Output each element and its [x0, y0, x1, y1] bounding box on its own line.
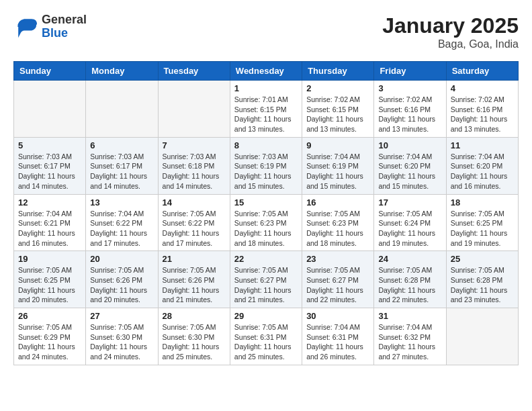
day-number: 25 [451, 254, 514, 264]
calendar-table: SundayMondayTuesdayWednesdayThursdayFrid… [13, 61, 519, 365]
day-number: 19 [18, 254, 81, 264]
day-number: 23 [306, 254, 369, 264]
calendar-header-row: SundayMondayTuesdayWednesdayThursdayFrid… [14, 62, 519, 81]
day-number: 9 [306, 140, 369, 150]
calendar-subtitle: Baga, Goa, India [382, 38, 519, 50]
calendar-cell: 1Sunrise: 7:01 AM Sunset: 6:15 PM Daylig… [230, 81, 302, 138]
day-info: Sunrise: 7:05 AM Sunset: 6:22 PM Dayligh… [163, 209, 226, 248]
day-number: 7 [163, 140, 226, 150]
day-info: Sunrise: 7:04 AM Sunset: 6:31 PM Dayligh… [306, 322, 369, 362]
day-number: 14 [163, 197, 226, 208]
calendar-cell: 11Sunrise: 7:04 AM Sunset: 6:20 PM Dayli… [446, 137, 518, 194]
day-info: Sunrise: 7:03 AM Sunset: 6:19 PM Dayligh… [234, 152, 298, 191]
column-header-saturday: Saturday [446, 62, 518, 81]
calendar-cell: 23Sunrise: 7:05 AM Sunset: 6:27 PM Dayli… [302, 251, 374, 308]
day-info: Sunrise: 7:04 AM Sunset: 6:20 PM Dayligh… [451, 152, 514, 191]
calendar-cell: 22Sunrise: 7:05 AM Sunset: 6:27 PM Dayli… [230, 251, 302, 308]
calendar-cell: 21Sunrise: 7:05 AM Sunset: 6:26 PM Dayli… [158, 251, 230, 308]
calendar-cell [446, 308, 518, 365]
day-info: Sunrise: 7:02 AM Sunset: 6:15 PM Dayligh… [306, 95, 369, 134]
calendar-cell: 10Sunrise: 7:04 AM Sunset: 6:20 PM Dayli… [374, 137, 446, 194]
calendar-cell: 3Sunrise: 7:02 AM Sunset: 6:16 PM Daylig… [374, 81, 446, 138]
calendar-cell: 25Sunrise: 7:05 AM Sunset: 6:28 PM Dayli… [446, 251, 518, 308]
day-info: Sunrise: 7:05 AM Sunset: 6:30 PM Dayligh… [90, 322, 153, 362]
logo-text: General Blue [42, 13, 87, 40]
column-header-wednesday: Wednesday [230, 62, 302, 81]
column-header-friday: Friday [374, 62, 446, 81]
day-info: Sunrise: 7:02 AM Sunset: 6:16 PM Dayligh… [378, 95, 441, 134]
calendar-cell [14, 81, 86, 138]
day-info: Sunrise: 7:04 AM Sunset: 6:32 PM Dayligh… [378, 322, 441, 362]
calendar-week-row: 19Sunrise: 7:05 AM Sunset: 6:25 PM Dayli… [14, 251, 519, 308]
column-header-thursday: Thursday [302, 62, 374, 81]
calendar-cell: 7Sunrise: 7:03 AM Sunset: 6:18 PM Daylig… [158, 137, 230, 194]
calendar-cell: 8Sunrise: 7:03 AM Sunset: 6:19 PM Daylig… [230, 137, 302, 194]
day-number: 29 [234, 311, 298, 321]
calendar-title: January 2025 [382, 13, 519, 38]
day-number: 10 [378, 140, 441, 150]
day-info: Sunrise: 7:05 AM Sunset: 6:29 PM Dayligh… [18, 322, 81, 362]
day-info: Sunrise: 7:05 AM Sunset: 6:23 PM Dayligh… [306, 209, 369, 248]
day-info: Sunrise: 7:05 AM Sunset: 6:24 PM Dayligh… [378, 209, 441, 248]
day-number: 22 [234, 254, 298, 264]
calendar-week-row: 5Sunrise: 7:03 AM Sunset: 6:17 PM Daylig… [14, 137, 519, 194]
day-number: 26 [18, 311, 81, 321]
day-number: 2 [306, 83, 369, 93]
day-number: 12 [18, 197, 81, 208]
day-number: 3 [378, 83, 441, 93]
calendar-cell: 20Sunrise: 7:05 AM Sunset: 6:26 PM Dayli… [86, 251, 158, 308]
day-number: 11 [451, 140, 514, 150]
day-number: 17 [378, 197, 441, 208]
calendar-cell: 5Sunrise: 7:03 AM Sunset: 6:17 PM Daylig… [14, 137, 86, 194]
day-info: Sunrise: 7:05 AM Sunset: 6:23 PM Dayligh… [234, 209, 298, 248]
calendar-cell: 6Sunrise: 7:03 AM Sunset: 6:17 PM Daylig… [86, 137, 158, 194]
day-number: 6 [90, 140, 153, 150]
day-number: 21 [163, 254, 226, 264]
calendar-cell: 30Sunrise: 7:04 AM Sunset: 6:31 PM Dayli… [302, 308, 374, 365]
day-number: 13 [90, 197, 153, 208]
calendar-week-row: 1Sunrise: 7:01 AM Sunset: 6:15 PM Daylig… [14, 81, 519, 138]
title-block: January 2025 Baga, Goa, India [382, 13, 519, 50]
calendar-week-row: 12Sunrise: 7:04 AM Sunset: 6:21 PM Dayli… [14, 194, 519, 251]
day-info: Sunrise: 7:05 AM Sunset: 6:25 PM Dayligh… [18, 265, 81, 305]
day-info: Sunrise: 7:05 AM Sunset: 6:26 PM Dayligh… [163, 265, 226, 305]
column-header-sunday: Sunday [14, 62, 86, 81]
calendar-cell: 27Sunrise: 7:05 AM Sunset: 6:30 PM Dayli… [86, 308, 158, 365]
calendar-cell: 15Sunrise: 7:05 AM Sunset: 6:23 PM Dayli… [230, 194, 302, 251]
day-number: 5 [18, 140, 81, 150]
day-number: 4 [451, 83, 514, 93]
day-number: 20 [90, 254, 153, 264]
day-info: Sunrise: 7:03 AM Sunset: 6:17 PM Dayligh… [18, 152, 81, 191]
day-number: 15 [234, 197, 298, 208]
day-number: 31 [378, 311, 441, 321]
day-info: Sunrise: 7:04 AM Sunset: 6:19 PM Dayligh… [306, 152, 369, 191]
day-info: Sunrise: 7:05 AM Sunset: 6:26 PM Dayligh… [90, 265, 153, 305]
day-number: 24 [378, 254, 441, 264]
day-info: Sunrise: 7:05 AM Sunset: 6:30 PM Dayligh… [163, 322, 226, 362]
calendar-cell: 9Sunrise: 7:04 AM Sunset: 6:19 PM Daylig… [302, 137, 374, 194]
column-header-tuesday: Tuesday [158, 62, 230, 81]
day-number: 1 [234, 83, 298, 93]
day-info: Sunrise: 7:04 AM Sunset: 6:22 PM Dayligh… [90, 209, 153, 248]
day-info: Sunrise: 7:05 AM Sunset: 6:28 PM Dayligh… [378, 265, 441, 305]
calendar-cell: 18Sunrise: 7:05 AM Sunset: 6:25 PM Dayli… [446, 194, 518, 251]
day-number: 28 [163, 311, 226, 321]
calendar-cell: 13Sunrise: 7:04 AM Sunset: 6:22 PM Dayli… [86, 194, 158, 251]
calendar-cell: 26Sunrise: 7:05 AM Sunset: 6:29 PM Dayli… [14, 308, 86, 365]
day-info: Sunrise: 7:05 AM Sunset: 6:28 PM Dayligh… [451, 265, 514, 305]
calendar-cell: 12Sunrise: 7:04 AM Sunset: 6:21 PM Dayli… [14, 194, 86, 251]
day-info: Sunrise: 7:05 AM Sunset: 6:25 PM Dayligh… [451, 209, 514, 248]
day-info: Sunrise: 7:04 AM Sunset: 6:20 PM Dayligh… [378, 152, 441, 191]
day-number: 8 [234, 140, 298, 150]
day-info: Sunrise: 7:01 AM Sunset: 6:15 PM Dayligh… [234, 95, 298, 134]
calendar-cell [158, 81, 230, 138]
day-info: Sunrise: 7:04 AM Sunset: 6:21 PM Dayligh… [18, 209, 81, 248]
calendar-cell: 14Sunrise: 7:05 AM Sunset: 6:22 PM Dayli… [158, 194, 230, 251]
day-number: 16 [306, 197, 369, 208]
day-info: Sunrise: 7:05 AM Sunset: 6:27 PM Dayligh… [306, 265, 369, 305]
calendar-cell: 28Sunrise: 7:05 AM Sunset: 6:30 PM Dayli… [158, 308, 230, 365]
day-info: Sunrise: 7:02 AM Sunset: 6:16 PM Dayligh… [451, 95, 514, 134]
calendar-cell: 29Sunrise: 7:05 AM Sunset: 6:31 PM Dayli… [230, 308, 302, 365]
calendar-cell: 16Sunrise: 7:05 AM Sunset: 6:23 PM Dayli… [302, 194, 374, 251]
day-info: Sunrise: 7:03 AM Sunset: 6:17 PM Dayligh… [90, 152, 153, 191]
